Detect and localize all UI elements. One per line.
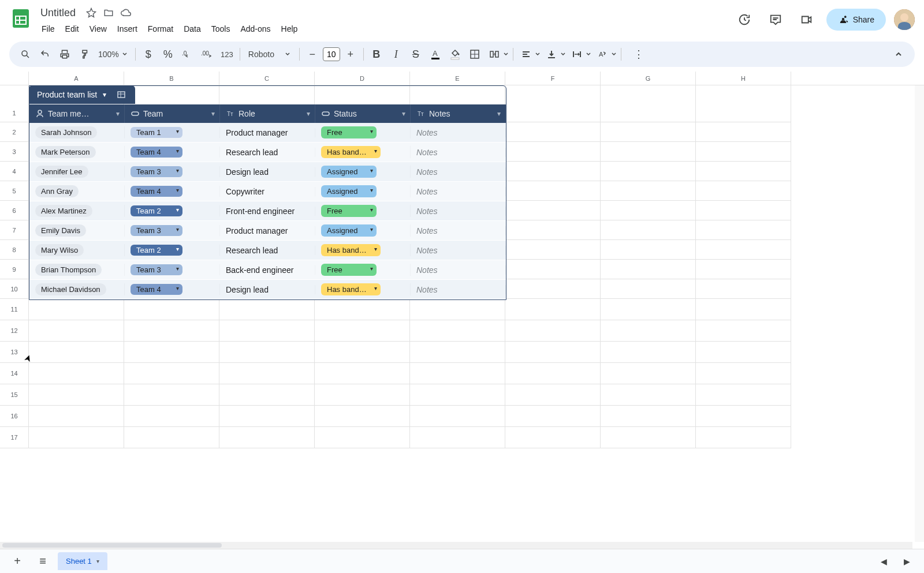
notes-placeholder[interactable]: Notes	[416, 207, 438, 216]
select-all-corner[interactable]	[0, 72, 29, 85]
row-header[interactable]: 17	[0, 427, 29, 448]
table-row[interactable]: Jennifer LeeTeam 3Design leadAssignedNot…	[29, 162, 506, 182]
share-button[interactable]: Share	[826, 9, 886, 31]
team-chip[interactable]: Team 4	[131, 147, 182, 158]
menu-data[interactable]: Data	[179, 22, 206, 36]
sheet-nav-left-icon[interactable]: ◀	[873, 551, 894, 572]
menu-format[interactable]: Format	[143, 22, 178, 36]
scrollbar-horizontal[interactable]	[0, 542, 912, 549]
team-chip[interactable]: Team 3	[131, 264, 182, 275]
col-header-status[interactable]: Status▾	[315, 104, 411, 123]
col-header[interactable]: A	[29, 72, 124, 85]
col-header[interactable]: C	[219, 72, 315, 85]
row-header[interactable]: 10	[0, 279, 29, 299]
person-chip[interactable]: Alex Martinez	[35, 205, 92, 217]
notes-placeholder[interactable]: Notes	[416, 128, 438, 137]
fill-color-icon[interactable]	[446, 45, 464, 63]
team-chip[interactable]: Team 1	[131, 127, 182, 138]
table-row[interactable]: Emily DavisTeam 3Product managerAssigned…	[29, 221, 506, 241]
notes-placeholder[interactable]: Notes	[416, 246, 438, 255]
notes-placeholder[interactable]: Notes	[416, 167, 438, 177]
notes-placeholder[interactable]: Notes	[416, 187, 438, 196]
person-chip[interactable]: Mary Wilso	[35, 244, 84, 256]
decrease-decimal-icon[interactable]: .0	[178, 45, 197, 63]
col-header[interactable]: G	[601, 72, 696, 85]
more-formats-icon[interactable]: 123	[218, 45, 236, 63]
sheets-logo[interactable]	[9, 7, 32, 30]
team-chip[interactable]: Team 3	[131, 225, 182, 236]
status-chip[interactable]: Free	[321, 205, 377, 217]
row-header[interactable]: 13	[0, 342, 29, 363]
team-chip[interactable]: Team 4	[131, 284, 182, 295]
increase-font-icon[interactable]: +	[341, 45, 360, 63]
status-chip[interactable]: Has band…	[321, 146, 381, 158]
col-header-role[interactable]: Tт Role▾	[220, 104, 315, 123]
sheet-nav-right-icon[interactable]: ▶	[896, 551, 917, 572]
menu-file[interactable]: File	[37, 22, 59, 36]
table-tab[interactable]: Product team list ▾	[29, 85, 135, 104]
notes-placeholder[interactable]: Notes	[416, 285, 438, 294]
h-align-icon[interactable]	[517, 45, 535, 63]
row-header[interactable]: 8	[0, 240, 29, 260]
table-row[interactable]: Sarah JohnsonTeam 1Product managerFreeNo…	[29, 123, 506, 143]
team-chip[interactable]: Team 3	[131, 166, 182, 177]
col-header[interactable]: B	[124, 72, 219, 85]
history-icon[interactable]	[733, 8, 756, 31]
print-icon[interactable]	[55, 45, 74, 63]
status-chip[interactable]: Assigned	[321, 224, 377, 237]
menu-addons[interactable]: Add-ons	[236, 22, 275, 36]
notes-placeholder[interactable]: Notes	[416, 148, 438, 157]
team-chip[interactable]: Team 4	[131, 186, 182, 197]
rotate-icon[interactable]: A	[593, 45, 612, 63]
team-chip[interactable]: Team 2	[131, 245, 182, 256]
row-header[interactable]: 2	[0, 122, 29, 142]
row-header[interactable]: 7	[0, 220, 29, 240]
move-icon[interactable]	[103, 8, 114, 18]
row-header[interactable]: 14	[0, 363, 29, 384]
strikethrough-icon[interactable]: S	[407, 45, 425, 63]
row-header[interactable]: 3	[0, 142, 29, 162]
undo-icon[interactable]	[36, 45, 54, 63]
menu-help[interactable]: Help	[277, 22, 303, 36]
collapse-toolbar-icon[interactable]	[889, 45, 908, 63]
star-icon[interactable]	[86, 8, 96, 18]
status-chip[interactable]: Assigned	[321, 166, 377, 178]
add-sheet-icon[interactable]: +	[7, 551, 28, 572]
italic-icon[interactable]: I	[387, 45, 405, 63]
person-chip[interactable]: Mark Peterson	[35, 146, 96, 158]
row-header[interactable]: 16	[0, 406, 29, 427]
table-row[interactable]: Michael DavidsonTeam 4Design leadHas ban…	[29, 280, 506, 299]
status-chip[interactable]: Has band…	[321, 283, 381, 295]
col-header-team[interactable]: Team▾	[125, 104, 220, 123]
table-view-icon[interactable]	[113, 87, 129, 103]
zoom-select[interactable]: 100%	[95, 50, 132, 59]
table-row[interactable]: Mark PetersonTeam 4Research leadHas band…	[29, 143, 506, 162]
team-chip[interactable]: Team 2	[131, 205, 182, 216]
v-align-icon[interactable]	[542, 45, 561, 63]
person-chip[interactable]: Ann Gray	[35, 185, 79, 197]
status-chip[interactable]: Has band…	[321, 244, 381, 256]
bold-icon[interactable]: B	[367, 45, 386, 63]
menu-edit[interactable]: Edit	[61, 22, 84, 36]
currency-icon[interactable]: $	[139, 45, 158, 63]
person-chip[interactable]: Sarah Johnson	[35, 126, 97, 138]
text-color-icon[interactable]: A	[426, 45, 445, 63]
increase-decimal-icon[interactable]: .00	[198, 45, 217, 63]
menu-view[interactable]: View	[85, 22, 111, 36]
sheet-tab-active[interactable]: Sheet 1 ▾	[58, 552, 107, 570]
person-chip[interactable]: Brian Thompson	[35, 264, 102, 276]
status-chip[interactable]: Free	[321, 264, 377, 276]
doc-title[interactable]: Untitled	[37, 6, 79, 20]
font-select[interactable]: Roboto	[244, 50, 296, 59]
menu-tools[interactable]: Tools	[207, 22, 235, 36]
col-header-member[interactable]: Team me…▾	[29, 104, 125, 123]
col-header[interactable]: D	[315, 72, 410, 85]
table-tab-chevron-icon[interactable]: ▾	[103, 91, 106, 99]
account-avatar[interactable]	[894, 9, 915, 30]
merge-cells-icon[interactable]	[485, 45, 504, 63]
person-chip[interactable]: Emily Davis	[35, 224, 86, 237]
status-chip[interactable]: Assigned	[321, 185, 377, 197]
more-toolbar-icon[interactable]: ⋮	[629, 45, 648, 63]
comment-icon[interactable]	[764, 8, 787, 31]
table-row[interactable]: Alex MartinezTeam 2Front-end engineerFre…	[29, 201, 506, 221]
